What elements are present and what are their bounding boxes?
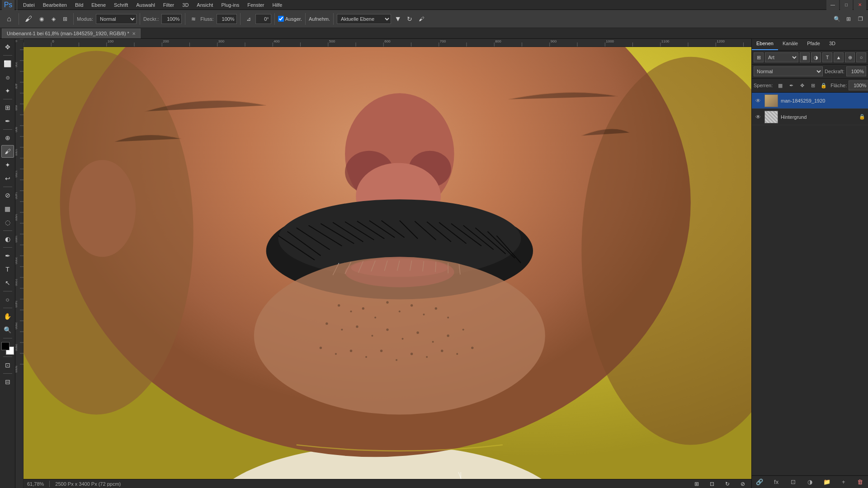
filter-smart-btn[interactable]: ⊕ (845, 52, 855, 62)
layer-fx-btn[interactable]: fx (771, 478, 781, 487)
airbrush-btn[interactable]: ≋ (189, 14, 198, 24)
rotate-canvas-btn[interactable]: ↻ (405, 14, 415, 24)
path-select-tool-btn[interactable]: ↖ (1, 277, 14, 289)
filter-pixel-btn[interactable]: ▦ (800, 52, 810, 62)
filter-kind-icon[interactable]: ⊞ (754, 52, 764, 62)
layer-item[interactable]: 👁 Hintergrund 🔒 (752, 109, 868, 125)
zoom-fit-btn[interactable]: ⊡ (707, 479, 717, 488)
pen-tool-btn[interactable]: ✒ (1, 249, 14, 262)
move-tool-btn[interactable]: ✥ (1, 41, 14, 53)
svg-point-184 (320, 347, 322, 349)
tab-ebenen[interactable]: Ebenen (752, 39, 778, 50)
eyedropper-tool-btn[interactable]: ✒ (1, 115, 14, 127)
blur-tool-btn[interactable]: ◌ (1, 216, 14, 229)
layer-item[interactable]: 👁 man-1845259_1920 (752, 93, 868, 109)
lock-artboard-btn[interactable]: ⊞ (808, 80, 818, 90)
layer-new-btn[interactable]: + (839, 478, 849, 487)
filter-adjust-btn[interactable]: ◑ (811, 52, 821, 62)
filter-toggle-btn[interactable]: ○ (856, 52, 866, 62)
layer-mask-btn[interactable]: ⊡ (788, 478, 798, 487)
menu-3d[interactable]: 3D (179, 1, 192, 9)
search-icon-btn[interactable]: 🔍 (832, 14, 842, 24)
shape-tool-btn[interactable]: ○ (1, 293, 14, 306)
crop-tool-btn[interactable]: ⊞ (1, 101, 14, 114)
tab-close-btn[interactable]: ✕ (132, 31, 136, 36)
opacity-input[interactable] (161, 14, 182, 24)
menu-ebene[interactable]: Ebene (88, 1, 109, 9)
healing-brush-tool-btn[interactable]: ⊕ (1, 131, 14, 144)
lasso-tool-btn[interactable]: ⌾ (1, 71, 14, 84)
menu-hilfe[interactable]: Hilfe (269, 1, 286, 9)
canvas-content[interactable] (24, 47, 751, 479)
zoom-tool-btn[interactable]: 🔍 (1, 324, 14, 336)
menu-bearbeiten[interactable]: Bearbeiten (39, 1, 71, 9)
fill-input[interactable] (849, 80, 868, 90)
menu-ansicht[interactable]: Ansicht (193, 1, 217, 9)
tab-pfade[interactable]: Pfade (802, 39, 825, 50)
gradient-tool-btn[interactable]: ▦ (1, 202, 14, 215)
angle-btn[interactable]: ⊿ (244, 14, 254, 24)
filter-text-btn[interactable]: T (822, 52, 832, 62)
layer-group-btn[interactable]: 📁 (822, 478, 832, 487)
menu-bild[interactable]: Bild (71, 1, 87, 9)
mode-select[interactable]: Normal (96, 14, 137, 24)
rect-select-tool-btn[interactable]: ⬜ (1, 57, 14, 70)
layer-options-btn[interactable]: ▼ (393, 14, 403, 24)
layer-visibility-btn[interactable]: 👁 (755, 114, 762, 120)
filter-shape-btn[interactable]: ▲ (834, 52, 844, 62)
text-tool-btn[interactable]: T (1, 263, 14, 276)
brush-tool-btn[interactable]: 🖌 (1, 145, 14, 158)
document-tab[interactable]: Unbenannt-1 bei 61,8% (man-1845259_1920,… (2, 28, 141, 38)
magic-wand-tool-btn[interactable]: ✦ (1, 84, 14, 97)
brush-preset-btn[interactable]: 🖌 (22, 13, 35, 25)
brush-hardness-btn[interactable]: ◈ (48, 14, 58, 24)
screen-icons-btn[interactable]: ⊞ (692, 479, 702, 488)
close-btn[interactable]: ✕ (854, 0, 866, 11)
maximize-btn[interactable]: □ (840, 0, 853, 11)
angle-input[interactable] (255, 14, 271, 24)
eraser-tool-btn[interactable]: ⊘ (1, 189, 14, 202)
rotate-view-btn[interactable]: ↻ (722, 479, 732, 488)
lock-icons-group: Sperren: ▦ ✒ ✥ ⊞ 🔒 (754, 80, 829, 90)
layer-delete-btn[interactable]: 🗑 (855, 478, 865, 487)
menu-filter[interactable]: Filter (160, 1, 178, 9)
filter-type-select[interactable]: Art (765, 52, 798, 62)
home-btn[interactable]: ⌂ (3, 13, 15, 25)
menu-schrift[interactable]: Schrift (110, 1, 132, 9)
photo-canvas[interactable] (24, 47, 751, 479)
opacity-input[interactable] (846, 66, 866, 76)
tab-3d[interactable]: 3D (825, 39, 840, 50)
menu-fenster[interactable]: Fenster (244, 1, 268, 9)
menu-plugins[interactable]: Plug-ins (217, 1, 243, 9)
layer-target-select[interactable]: Aktuelle Ebene (337, 14, 391, 24)
color-correction-btn[interactable]: 🖌 (416, 14, 426, 24)
flip-view-btn[interactable]: ⊘ (738, 479, 748, 488)
flow-input[interactable] (217, 14, 237, 24)
clone-stamp-tool-btn[interactable]: ✦ (1, 159, 14, 171)
quick-mask-btn[interactable]: ⊡ (1, 359, 14, 371)
layer-visibility-btn[interactable]: 👁 (755, 98, 762, 104)
tab-kanaele[interactable]: Kanäle (778, 39, 802, 50)
history-brush-tool-btn[interactable]: ↩ (1, 172, 14, 185)
tab-title: Unbenannt-1 bei 61,8% (man-1845259_1920,… (7, 31, 129, 36)
layer-link-btn[interactable]: 🔗 (755, 478, 764, 487)
hand-tool-btn[interactable]: ✋ (1, 310, 14, 323)
workspace-btn[interactable]: ⊞ (844, 14, 854, 24)
screen-mode-btn[interactable]: ⊟ (1, 375, 14, 388)
dodge-tool-btn[interactable]: ◐ (1, 233, 14, 245)
app-icon[interactable]: Ps (2, 0, 14, 11)
minimize-btn[interactable]: — (826, 0, 839, 11)
brush-size-btn[interactable]: ◉ (37, 14, 47, 24)
menu-datei[interactable]: Datei (19, 1, 38, 9)
color-swatches[interactable] (1, 342, 14, 355)
layer-adjustment-btn[interactable]: ◑ (805, 478, 815, 487)
menu-auswahl[interactable]: Auswahl (132, 1, 159, 9)
lock-position-btn[interactable]: ✥ (797, 80, 807, 90)
lock-all-btn[interactable]: 🔒 (819, 80, 829, 90)
arrange-btn[interactable]: ❐ (855, 14, 865, 24)
layer-blend-mode-select[interactable]: Normal (754, 66, 823, 76)
lock-pixels-btn[interactable]: ✒ (786, 80, 796, 90)
brush-mode-btn[interactable]: ⊞ (60, 14, 70, 24)
lock-transparent-btn[interactable]: ▦ (775, 80, 785, 90)
snap-checkbox[interactable] (278, 16, 284, 22)
